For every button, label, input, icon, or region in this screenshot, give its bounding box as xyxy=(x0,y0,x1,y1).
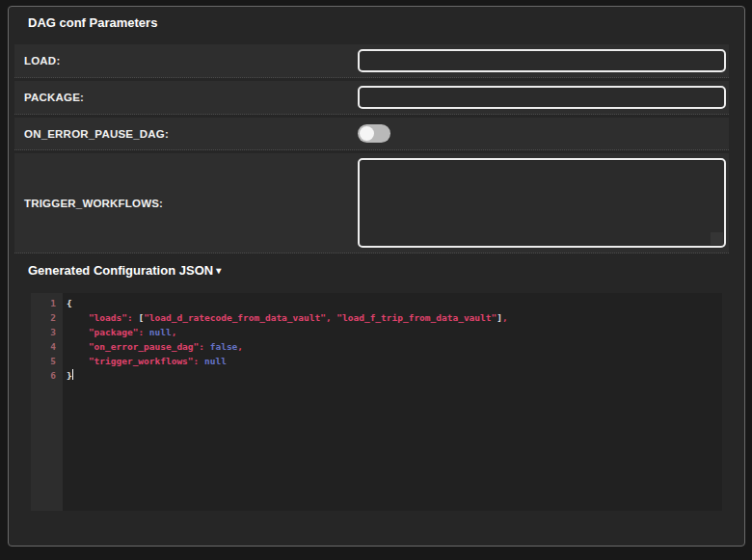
form-row-on-error-pause-dag: ON_ERROR_PAUSE_DAG: xyxy=(14,118,729,150)
code-line: { xyxy=(67,296,722,310)
code-line: } xyxy=(67,368,722,383)
dag-conf-panel: DAG conf Parameters LOAD: PACKAGE: ON_ER… xyxy=(8,6,745,547)
editor-gutter: 123456 xyxy=(31,293,63,511)
code-line: "package": null, xyxy=(67,325,722,339)
code-line: "loads": ["load_d_ratecode_from_data_vau… xyxy=(67,310,722,325)
line-number: 5 xyxy=(31,354,56,368)
line-number: 6 xyxy=(31,368,56,383)
form-row-load: LOAD: xyxy=(14,44,729,78)
load-label: LOAD: xyxy=(14,55,355,67)
line-number: 1 xyxy=(31,296,56,310)
generated-json-section-header[interactable]: Generated Configuration JSON ▾ xyxy=(28,263,221,279)
on-error-pause-dag-toggle[interactable] xyxy=(358,124,390,143)
line-number: 3 xyxy=(31,325,56,339)
package-input[interactable] xyxy=(358,86,726,109)
panel-title: DAG conf Parameters xyxy=(28,15,744,31)
json-code-editor[interactable]: 123456 { "loads": ["load_d_ratecode_from… xyxy=(31,293,722,511)
on-error-pause-dag-label: ON_ERROR_PAUSE_DAG: xyxy=(14,128,355,140)
generated-json-title: Generated Configuration JSON xyxy=(28,263,213,279)
code-line: "trigger_workflows": null xyxy=(67,354,722,368)
trigger-workflows-control xyxy=(355,153,729,253)
package-control xyxy=(355,81,729,114)
load-control xyxy=(355,44,729,77)
code-line: "on_error_pause_dag": false, xyxy=(67,339,722,354)
toggle-knob-icon xyxy=(360,126,374,141)
trigger-workflows-textarea[interactable] xyxy=(358,158,726,248)
resize-grip-icon[interactable] xyxy=(711,232,723,245)
text-cursor xyxy=(72,369,74,380)
editor-code[interactable]: { "loads": ["load_d_ratecode_from_data_v… xyxy=(63,293,722,511)
line-number: 2 xyxy=(31,310,56,325)
package-label: PACKAGE: xyxy=(14,92,355,103)
load-input[interactable] xyxy=(358,49,726,72)
trigger-workflows-label: TRIGGER_WORKFLOWS: xyxy=(14,198,355,209)
line-number: 4 xyxy=(31,339,56,354)
on-error-pause-dag-control xyxy=(355,120,729,147)
form-row-package: PACKAGE: xyxy=(14,81,729,115)
parameters-form: LOAD: PACKAGE: ON_ERROR_PAUSE_DAG: TRIGG… xyxy=(14,44,729,253)
form-row-trigger-workflows: TRIGGER_WORKFLOWS: xyxy=(14,153,729,253)
chevron-down-icon: ▾ xyxy=(216,263,221,279)
